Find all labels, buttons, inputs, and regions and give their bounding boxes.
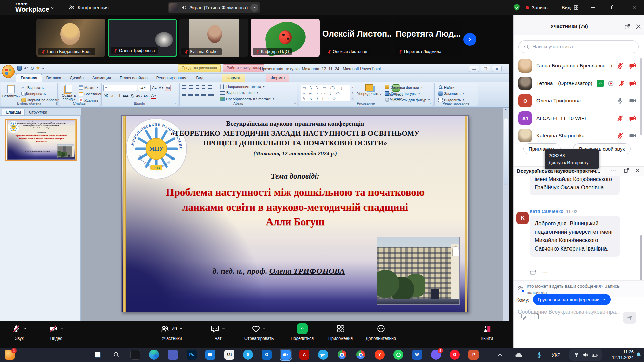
- dialog-launcher-icon[interactable]: ◿: [293, 102, 296, 105]
- tab-recenzirovanie[interactable]: Рецензирование: [152, 74, 192, 82]
- leave-button[interactable]: Выйти: [481, 323, 493, 341]
- title-slide[interactable]: МИКОЛАЇВСЬКИЙ НАЦІОНАЛЬНИЙ УНІВЕРСИТЕТ і…: [121, 115, 469, 312]
- tab-format-drawing[interactable]: Формат: [222, 74, 245, 82]
- system-tray[interactable]: [569, 349, 602, 361]
- align-right-icon[interactable]: [195, 94, 199, 97]
- change-case-button[interactable]: Aa: [143, 93, 150, 99]
- video-tile-active-speaker[interactable]: Олена Трифонова: [108, 19, 177, 57]
- underline-button[interactable]: Ч: [116, 93, 122, 99]
- taskbar-chrome-2[interactable]: [356, 350, 366, 360]
- taskbar-zoom-active[interactable]: [280, 349, 292, 361]
- taskbar-outlook[interactable]: O: [262, 350, 272, 360]
- camera-muted-icon[interactable]: [629, 79, 637, 87]
- dialog-launcher-icon[interactable]: ◿: [54, 102, 57, 105]
- camera-muted-icon[interactable]: [629, 62, 637, 70]
- shapes-scroll[interactable]: ▲▼▿: [351, 85, 354, 101]
- quick-access-icon[interactable]: ✱: [36, 66, 40, 71]
- participants-menu-chevron[interactable]: [179, 327, 183, 331]
- tab-vid[interactable]: Вид: [192, 74, 208, 82]
- mic-muted-icon[interactable]: [616, 132, 624, 139]
- chat-button[interactable]: Чат: [211, 323, 226, 341]
- chat-message-old[interactable]: імені Михайла Коцюбинського Грабійчук Ок…: [530, 176, 620, 195]
- tab-glavnaya[interactable]: Главная: [16, 74, 42, 82]
- shape-outline-button[interactable]: Контур фигуры: [384, 91, 431, 96]
- search-icon[interactable]: [111, 350, 121, 360]
- undo-icon[interactable]: ↶: [24, 66, 28, 71]
- view-button[interactable]: Вид: [562, 0, 579, 15]
- taskbar-opera[interactable]: O: [450, 350, 460, 360]
- audio-button[interactable]: Звук: [12, 323, 27, 341]
- taskbar-whatsapp[interactable]: [393, 350, 403, 360]
- chat-message[interactable]: Доброго дня. Вінницький педагогічний уні…: [530, 216, 620, 257]
- participant-row[interactable]: O Олена Трифонова: [514, 92, 640, 109]
- taskbar-telegram[interactable]: [318, 350, 328, 360]
- scroll-thumb[interactable]: [504, 118, 508, 185]
- taskbar-app-blue[interactable]: [168, 350, 178, 360]
- taskbar-store[interactable]: [205, 350, 215, 360]
- dialog-launcher-icon[interactable]: ◿: [429, 102, 432, 105]
- shapes-gallery[interactable]: ▭ ╲ ╲ ▭ ◯ ▢ △ ⌐ ¬ ⇨ ⇩ ◠ ✎ ∿ ≀ { } ☆: [301, 85, 350, 101]
- text-shadow-button[interactable]: S: [129, 93, 135, 99]
- ppt-restore-button[interactable]: ❐: [481, 66, 490, 72]
- slide-1-thumbnail[interactable]: МИКОЛАЇВСЬКИЙ НАЦІОНАЛЬНИЙ УНІВЕРСИТЕТ і…: [5, 119, 77, 161]
- share-button[interactable]: Поделиться: [291, 323, 314, 341]
- format-text-icon[interactable]: [518, 312, 527, 320]
- video-tile[interactable]: Перетяга Люд... Перетяга Людмила: [394, 19, 463, 57]
- reply-icon[interactable]: [530, 269, 537, 277]
- tab-pokaz-slaydov[interactable]: Показ слайдов: [115, 74, 152, 82]
- font-size-combo[interactable]: 24: [138, 85, 151, 91]
- attach-file-icon[interactable]: [533, 312, 540, 320]
- chat-messages[interactable]: імені Михайла Коцюбинського Грабійчук Ок…: [514, 176, 644, 280]
- search-participant-input[interactable]: Найти участника: [518, 40, 639, 53]
- chat-menu-chevron[interactable]: [221, 327, 226, 331]
- participants-button[interactable]: 79 Участники: [160, 323, 183, 341]
- dialog-launcher-icon[interactable]: ◿: [174, 102, 177, 105]
- redo-icon[interactable]: ↻: [30, 66, 34, 71]
- more-button[interactable]: Дополнительно: [366, 323, 396, 341]
- chat-recipient-dropdown[interactable]: Групповой чат конференции: [533, 294, 611, 305]
- align-text-button[interactable]: Выровнять текст: [219, 90, 275, 95]
- arrange-button[interactable]: Упорядочить: [357, 84, 382, 96]
- ppt-close-button[interactable]: ✕: [492, 66, 502, 72]
- chat-more-icon[interactable]: ⋯: [610, 166, 616, 174]
- video-tile[interactable]: Svitlana Kucher: [179, 19, 248, 57]
- replace-button[interactable]: Заменить: [437, 91, 465, 96]
- columns-icon[interactable]: [208, 94, 214, 97]
- apps-button[interactable]: Приложения: [328, 323, 353, 341]
- security-shield-icon[interactable]: [513, 3, 521, 12]
- align-left-icon[interactable]: [182, 94, 186, 97]
- pane-tab-slides[interactable]: Слайды: [2, 109, 25, 115]
- camera-icon[interactable]: [629, 97, 637, 105]
- increase-indent-icon[interactable]: [202, 85, 205, 89]
- meeting-tab[interactable]: Конференция: [68, 0, 109, 15]
- recording-indicator[interactable]: Запись: [526, 0, 548, 15]
- next-page-participants-button[interactable]: [463, 33, 476, 46]
- drawing-tools-tab-header[interactable]: Средства рисования: [178, 64, 221, 72]
- camera-muted-icon[interactable]: [629, 114, 637, 122]
- start-button[interactable]: [93, 350, 103, 360]
- close-icon[interactable]: [635, 23, 642, 30]
- ppt-vertical-scrollbar[interactable]: ▲: [503, 108, 509, 321]
- close-button[interactable]: [629, 4, 639, 11]
- mic-muted-icon[interactable]: [616, 115, 624, 122]
- video-tile[interactable]: Олексій Листоп... Олексій Листопад: [322, 19, 391, 57]
- taskbar-photoshop[interactable]: Ps: [187, 350, 197, 360]
- bold-button[interactable]: Ж: [103, 93, 109, 99]
- camera-icon[interactable]: [629, 132, 637, 140]
- title-slide[interactable]: МИКОЛАЇВСЬКИЙ НАЦІОНАЛЬНИЙ УНІВЕРСИТЕТ і…: [7, 120, 76, 160]
- taskbar-powerpoint[interactable]: P: [468, 350, 479, 360]
- tab-vstavka[interactable]: Вставка: [42, 74, 66, 82]
- paste-button[interactable]: Вставить: [2, 85, 20, 98]
- chat-close-icon[interactable]: [634, 167, 641, 174]
- tab-dizayn[interactable]: Дизайн: [65, 74, 88, 82]
- text-direction-button[interactable]: Направление текста: [219, 84, 275, 89]
- chat-popout-icon[interactable]: [623, 167, 630, 174]
- react-button[interactable]: Отреагировать: [244, 323, 274, 341]
- taskbar-app-321[interactable]: 321: [224, 350, 234, 360]
- video-tile[interactable]: Ганна Богданівна Бре...: [36, 19, 105, 57]
- participant-row[interactable]: Kateryna Shapochka: [514, 127, 640, 144]
- line-spacing-icon[interactable]: [208, 85, 212, 89]
- character-spacing-button[interactable]: AV: [136, 93, 143, 99]
- pane-tab-outline[interactable]: Структура: [26, 109, 51, 115]
- qat-customize-icon[interactable]: ▾: [42, 66, 44, 70]
